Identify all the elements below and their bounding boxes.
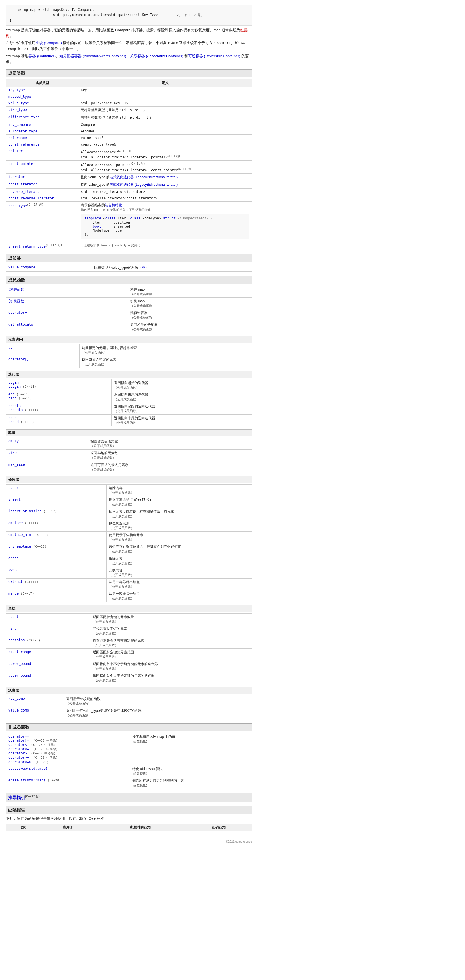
extract-link: extract (C++17) <box>6 579 106 590</box>
table-row: merge (C++17) 从另一容器接合结点（公开成员函数） <box>6 590 252 602</box>
max-size-anchor[interactable]: max_size <box>8 463 25 466</box>
empty-desc: 检查容器是否为空（公开成员函数） <box>88 438 252 450</box>
destructor-link: (析构函数) <box>6 298 128 309</box>
count-anchor[interactable]: count <box>8 615 19 619</box>
insert-link: insert <box>6 496 106 508</box>
op-spaceship-link[interactable]: operator<=> <box>8 760 31 764</box>
equal-range-link: equal_range <box>6 649 90 660</box>
lower-bound-anchor[interactable]: lower_bound <box>8 662 31 666</box>
table-row: operator== operator!= (C++20 中移除) operat… <box>6 733 252 765</box>
table-row: erase 擦除元素（公开成员函数） <box>6 555 252 567</box>
type-def-const-reference: const value_type& <box>78 141 252 148</box>
type-def-value-type: std::pair<const Key, T> <box>78 100 252 107</box>
contains-anchor[interactable]: contains <box>8 638 25 642</box>
clear-anchor[interactable]: clear <box>8 486 19 490</box>
value-comp-desc: 返回用于在value_type类型的对象中比较键的函数。（公开成员函数） <box>63 707 252 719</box>
equal-range-desc: 返回匹配特定键的元素范围（公开成员函数） <box>90 649 252 660</box>
type-def-const-iterator: 指向 value_type 的老式双向迭代器 (LegacyBidirectio… <box>78 181 252 189</box>
table-row: operator= 赋值给容器（公开成员函数） <box>6 309 252 321</box>
constructor-link: (构造函数) <box>6 286 128 298</box>
constructor-anchor[interactable]: (构造函数) <box>8 287 26 291</box>
upper-bound-anchor[interactable]: upper_bound <box>8 673 31 678</box>
merge-anchor[interactable]: merge <box>8 592 19 595</box>
upper-bound-link: upper_bound <box>6 672 90 684</box>
end-anchor[interactable]: end <box>8 392 14 396</box>
bug-published <box>95 831 186 834</box>
begin-link: begincbegin (C++11) <box>6 379 112 391</box>
table-row: difference_type 有符号整数类型（通常是 std::ptrdiff… <box>6 114 252 121</box>
try-emplace-anchor[interactable]: try_emplace <box>8 544 31 549</box>
emplace-hint-anchor[interactable]: emplace_hint <box>8 533 33 537</box>
equal-range-anchor[interactable]: equal_range <box>8 650 31 654</box>
find-anchor[interactable]: find <box>8 627 17 630</box>
non-member-ops: operator== operator!= (C++20 中移除) operat… <box>6 733 130 765</box>
table-row: rendcrend (C++11) 返回指向末尾的逆向迭代器（公开成员函数） <box>6 415 252 426</box>
rev-link[interactable]: 可逆容器 (ReversibleContainer) <box>188 54 240 58</box>
iterators-table: begincbegin (C++11) 返回指向起始的迭代器（公开成员函数） e… <box>6 379 252 426</box>
operator-bracket-anchor[interactable]: operator[] <box>8 357 29 361</box>
value-compare-class-link[interactable]: 类 <box>142 266 145 270</box>
rend-anchor[interactable]: rend <box>8 416 17 420</box>
bug-col-correct: 正确行为 <box>186 824 252 831</box>
legacy-bidir-link[interactable]: 老式双向迭代器 (LegacyBidirectionalIterator) <box>110 175 178 179</box>
deduction-link[interactable]: 推导指引 <box>8 795 25 800</box>
alloc-link[interactable]: 知分配器容器 (AllocatorAwareContainer) <box>59 54 126 58</box>
emplace-desc: 原位构造元素（公开成员函数） <box>106 520 252 531</box>
swap-std-anchor[interactable]: std::swap(std::map) <box>8 767 48 770</box>
op-ne-link[interactable]: operator!= <box>8 738 29 743</box>
legacy-bidir-link2[interactable]: 老式双向迭代器 (LegacyBidirectionalIterator) <box>110 183 178 186</box>
container-link[interactable]: 容器 (Container) <box>29 54 56 58</box>
op-gt-link[interactable]: operator> <box>8 751 27 755</box>
value-compare-desc: 比较类型为value_type的对象（类） <box>92 264 252 272</box>
destructor-anchor[interactable]: (析构函数) <box>8 299 26 303</box>
extract-anchor[interactable]: extract <box>8 580 23 584</box>
crbegin-anchor[interactable]: crbegin (C++11) <box>8 408 38 412</box>
max-size-desc: 返回可容纳的最大元素数（公开成员函数） <box>88 461 252 473</box>
at-anchor[interactable]: at <box>8 345 12 350</box>
value-comp-anchor[interactable]: value_comp <box>8 708 29 712</box>
type-def-const-pointer: Allocator::const_pointer(C++11 前) std::a… <box>78 161 252 173</box>
emplace-link: emplace (C++11) <box>6 520 106 531</box>
rbegin-link: rbegincrbegin (C++11) <box>6 403 112 415</box>
erase-anchor[interactable]: erase <box>8 556 19 560</box>
node-handle-link[interactable]: 结点柄特化 <box>105 203 122 207</box>
op-eq-link[interactable]: operator== <box>8 734 29 738</box>
insert-or-assign-anchor[interactable]: insert_or_assign <box>8 509 41 513</box>
begin-anchor[interactable]: begin <box>8 380 19 385</box>
operator-assign-anchor[interactable]: operator= <box>8 310 27 315</box>
op-ge-link[interactable]: operator>= <box>8 756 29 760</box>
emplace-hint-desc: 使用提示原位构造元素（公开成员函数） <box>106 531 252 543</box>
assoc-link[interactable]: 关联容器 (AssociativeContainer) <box>130 54 183 58</box>
empty-link: empty <box>6 438 88 450</box>
erase-if-anchor[interactable]: erase_if(std::map) <box>8 778 46 782</box>
compare-link[interactable]: 比较 (Compare) <box>35 41 62 45</box>
op-le-link[interactable]: operator<= <box>8 747 29 751</box>
type-def-reference: value_type& <box>78 135 252 141</box>
crend-anchor[interactable]: crend (C++11) <box>8 420 34 424</box>
type-name-size-type: size_type <box>6 107 78 114</box>
cend-anchor[interactable]: cend (C++11) <box>8 396 32 400</box>
emplace-anchor[interactable]: emplace <box>8 521 23 525</box>
insert-anchor[interactable]: insert <box>8 498 21 501</box>
table-row: key_comp 返回用于比较键的函数（公开成员函数） <box>6 695 252 707</box>
table-row: reference value_type& <box>6 135 252 141</box>
table-row: mapped_type T <box>6 94 252 100</box>
cbegin-anchor[interactable]: cbegin (C++11) <box>8 385 36 388</box>
op-lt-link[interactable]: operator< <box>8 743 27 747</box>
type-name-rev-iter: reverse_iterator <box>6 189 78 195</box>
swap-anchor[interactable]: swap <box>8 568 17 572</box>
type-def-allocator-type: Allocator <box>78 128 252 135</box>
get-allocator-anchor[interactable]: get_allocator <box>8 322 35 326</box>
observers-table: key_comp 返回用于比较键的函数（公开成员函数） value_comp 返… <box>6 695 252 719</box>
swap-std-link: std::swap(std::map) <box>6 765 130 777</box>
key-comp-anchor[interactable]: key_comp <box>8 697 25 701</box>
size-anchor[interactable]: size <box>8 451 17 455</box>
table-row: lower_bound 返回指向首个不小于给定键的元素的迭代器（公开成员函数） <box>6 660 252 672</box>
red-tree-link[interactable]: 红黑树 <box>6 28 248 38</box>
capacity-section-header: 容量 <box>6 429 252 436</box>
rbegin-anchor[interactable]: rbegin <box>8 404 21 408</box>
swap-std-desc: 特化 std::swap 算法(函数模板) <box>130 765 252 777</box>
table-row: insert_or_assign (C++17) 插入元素，或若键已存在则赋值给… <box>6 508 252 520</box>
empty-anchor[interactable]: empty <box>8 439 19 443</box>
size-desc: 返回容纳的元素数（公开成员函数） <box>88 450 252 461</box>
